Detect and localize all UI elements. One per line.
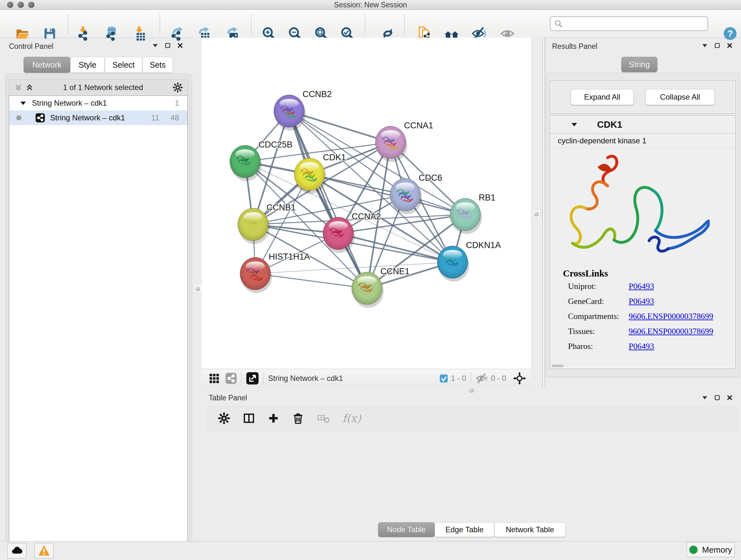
network-selected-status: 1 of 1 Network selected	[33, 83, 173, 92]
node-label: CDK1	[323, 152, 346, 162]
expand-all-button[interactable]: Expand All	[570, 89, 634, 105]
table-panel-title: Table Panel	[209, 394, 247, 402]
delete-column-icon[interactable]	[292, 412, 304, 424]
crosslink-link[interactable]: 9606.ENSP00000378699	[629, 327, 713, 336]
crosshair-icon[interactable]	[513, 372, 526, 385]
tab-node-table[interactable]: Node Table	[378, 522, 434, 537]
crosslink-row: Pharos:P06493	[550, 339, 735, 354]
toolbar-separator	[365, 14, 365, 34]
node-label: HIST1H1A	[269, 252, 310, 261]
toolbar-separator	[251, 14, 252, 34]
selected-checkbox-icon[interactable]	[440, 374, 448, 382]
hidden-eye-icon[interactable]	[475, 372, 488, 384]
tab-edge-table[interactable]: Edge Table	[434, 522, 494, 537]
memory-label: Memory	[702, 545, 732, 555]
search-input[interactable]	[550, 16, 708, 31]
node-label: CCNE1	[381, 266, 410, 276]
tab-network-table[interactable]: Network Table	[494, 522, 565, 537]
crosslink-link[interactable]: P06493	[629, 341, 654, 351]
memory-dot-icon	[689, 546, 697, 554]
gene-header[interactable]: CDK1	[550, 116, 735, 134]
collapse-all-button[interactable]: Collapse All	[645, 89, 715, 105]
crosslink-row: Uniprot:P06493	[550, 279, 735, 294]
tab-network[interactable]: Network	[23, 57, 70, 73]
add-column-icon[interactable]	[268, 413, 279, 424]
close-panel-icon[interactable]	[727, 395, 732, 400]
network-edge[interactable]	[255, 273, 367, 288]
toolbar-separator	[159, 14, 160, 34]
close-panel-icon[interactable]	[727, 43, 732, 48]
float-panel-icon[interactable]	[165, 43, 171, 48]
collapse-panel-icon[interactable]	[702, 395, 708, 400]
node-label: CCNA1	[404, 121, 433, 130]
right-splitter[interactable]	[531, 38, 543, 387]
tab-string[interactable]: String	[621, 57, 657, 72]
mini-scrollbar[interactable]	[552, 365, 563, 367]
crosslink-link[interactable]: 9606.ENSP00000378699	[629, 312, 713, 321]
crosslink-row: GeneCard:P06493	[550, 294, 735, 309]
tab-style[interactable]: Style	[70, 57, 105, 73]
node-label: CDKN1A	[466, 240, 501, 250]
collection-count: 1	[175, 99, 179, 108]
tab-sets[interactable]: Sets	[142, 57, 173, 73]
selected-count: 1 - 0	[451, 374, 466, 383]
table-toolbar: f(x)	[207, 406, 737, 430]
network-node-cdkn1a[interactable]: CDKN1A	[437, 240, 501, 282]
network-node-rb1[interactable]: RB1	[450, 193, 495, 234]
grid-mode-icon[interactable]	[209, 373, 219, 384]
node-label: CDC6	[419, 173, 442, 183]
network-tree-item-row[interactable]: String Network – cdk1 11 48	[9, 111, 187, 125]
collapse-panel-icon[interactable]	[702, 44, 708, 48]
network-view-icon[interactable]	[225, 373, 237, 384]
crosslink-label: Pharos:	[550, 341, 629, 351]
network-selector-bar: 1 of 1 Network selected	[9, 79, 188, 96]
crosslink-label: Uniprot:	[550, 282, 629, 291]
crosslink-link[interactable]: P06493	[629, 297, 654, 306]
network-icon	[36, 113, 45, 123]
network-node-ccnb2[interactable]: CCNB2	[274, 89, 332, 131]
tab-select[interactable]: Select	[105, 57, 142, 73]
gear-icon[interactable]	[173, 82, 183, 92]
network-node-cdc25b[interactable]: CDC25B	[230, 140, 293, 181]
cloud-button[interactable]	[7, 543, 26, 558]
expand-all-icon[interactable]	[25, 84, 33, 91]
status-bar: Memory	[0, 541, 741, 560]
crosslink-label: GeneCard:	[550, 297, 629, 306]
node-label: RB1	[479, 193, 495, 202]
results-buttons-box: Expand All Collapse All	[550, 81, 736, 113]
columns-icon[interactable]	[243, 412, 255, 424]
network-tree-root-row[interactable]: String Network – cdk1 1	[9, 96, 187, 111]
table-settings-gear-icon[interactable]	[218, 412, 230, 424]
toolbar-separator	[68, 14, 68, 34]
float-panel-icon[interactable]	[715, 43, 720, 48]
warning-button[interactable]	[35, 543, 54, 558]
crosslink-link[interactable]: P06493	[629, 282, 654, 291]
toolbar-separator	[404, 14, 405, 34]
collapse-panel-icon[interactable]	[152, 44, 158, 48]
warning-icon	[38, 545, 50, 557]
float-panel-icon[interactable]	[715, 395, 720, 400]
results-panel: Results Panel String Expand All Collapse…	[545, 38, 741, 387]
node-label: CCNB2	[302, 89, 332, 99]
horizontal-splitter[interactable]	[202, 387, 741, 393]
network-node-cdc6[interactable]: CDC6	[390, 173, 442, 214]
hidden-count: 0 - 0	[491, 374, 506, 383]
control-panel-title: Control Panel	[9, 42, 53, 51]
crosslinks-title: CrossLinks	[563, 268, 735, 279]
section-collapse-icon[interactable]	[571, 122, 577, 127]
collapse-all-icon[interactable]	[14, 84, 22, 91]
splitter-handle[interactable]	[532, 209, 541, 219]
node-count: 11	[151, 113, 159, 122]
network-canvas[interactable]: CCNB2CCNA1CDC25BCDK1CDC6RB1CCNB1CCNA2CDK…	[202, 38, 531, 369]
memory-button[interactable]: Memory	[687, 543, 735, 557]
tree-expand-icon[interactable]	[20, 101, 26, 106]
close-panel-icon[interactable]	[178, 43, 183, 48]
window-title: Session: New Session	[0, 1, 741, 9]
control-panel: Control Panel NetworkStyleSelectSets 1 o…	[0, 38, 197, 541]
splitter-handle[interactable]	[193, 284, 202, 293]
network-edge[interactable]	[289, 111, 367, 288]
left-splitter[interactable]	[193, 38, 202, 541]
main-toolbar: ?	[0, 10, 741, 38]
node-label: CCNA2	[352, 212, 381, 221]
open-window-icon[interactable]	[246, 372, 259, 385]
